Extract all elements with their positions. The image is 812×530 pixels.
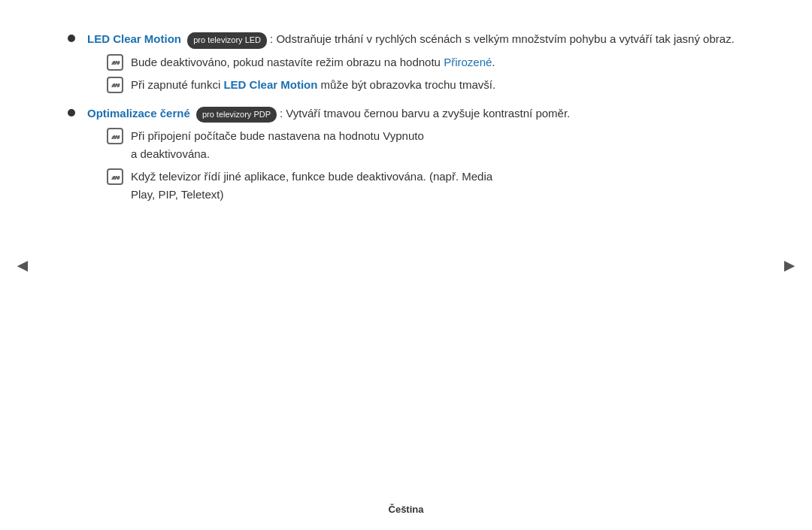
term-optimalizace: Optimalizace černé — [87, 107, 190, 120]
nav-arrow-right[interactable]: ► — [780, 255, 798, 276]
note-icon-3: 𝓂 — [107, 128, 123, 144]
note1-highlight: Přirozené — [444, 56, 492, 68]
footer-language: Čeština — [389, 504, 424, 515]
bullet-item-pdp: Optimalizace černé pro televizory PDP: V… — [68, 104, 744, 204]
note1-text-before: Bude deaktivováno, pokud nastavíte režim… — [131, 56, 444, 68]
note-text-1: Bude deaktivováno, pokud nastavíte režim… — [131, 53, 495, 71]
note2-text-after: může být obrazovka trochu tmavší. — [317, 78, 495, 91]
note-item-1: 𝓂 Bude deaktivováno, pokud nastavíte rež… — [107, 53, 744, 71]
note-item-4: 𝓂 Když televizor řídí jiné aplikace, fun… — [107, 168, 744, 204]
note1-text-after: . — [492, 56, 495, 68]
note-item-3: 𝓂 Při připojení počítače bude nastavena … — [107, 127, 744, 163]
text-led-main: : Odstraňuje trhání v rychlých scénách s… — [270, 32, 735, 45]
bullet-content-pdp: Optimalizace černé pro televizory PDP: V… — [87, 104, 744, 204]
bullet-item-led: LED Clear Motion pro televizory LED: Ods… — [68, 30, 744, 94]
badge-led: pro televizory LED — [187, 32, 267, 49]
note-text-2: Při zapnuté funkci LED Clear Motion může… — [131, 76, 495, 94]
badge-pdp: pro televizory PDP — [196, 107, 277, 123]
note-icon-4: 𝓂 — [107, 168, 123, 185]
content-area: LED Clear Motion pro televizory LED: Ods… — [68, 23, 744, 204]
note2-term: LED Clear Motion — [223, 78, 317, 91]
note-text-4: Když televizor řídí jiné aplikace, funkc… — [131, 168, 492, 204]
text-pdp-main: : Vytváří tmavou černou barvu a zvyšuje … — [280, 107, 570, 120]
term-led-clear-motion: LED Clear Motion — [87, 32, 181, 45]
note-text-3: Při připojení počítače bude nastavena na… — [131, 127, 424, 163]
page-container: ◄ ► LED Clear Motion pro televizory LED:… — [0, 0, 812, 530]
bullet-dot — [68, 35, 75, 42]
bullet-dot-2 — [68, 109, 75, 117]
note-icon-1: 𝓂 — [107, 54, 123, 71]
note2-text-before: Při zapnuté funkci — [131, 78, 223, 91]
note-item-2: 𝓂 Při zapnuté funkci LED Clear Motion mů… — [107, 76, 744, 94]
nav-arrow-left[interactable]: ◄ — [14, 255, 32, 276]
bullet-content-led: LED Clear Motion pro televizory LED: Ods… — [87, 30, 744, 94]
note-icon-2: 𝓂 — [107, 77, 123, 93]
